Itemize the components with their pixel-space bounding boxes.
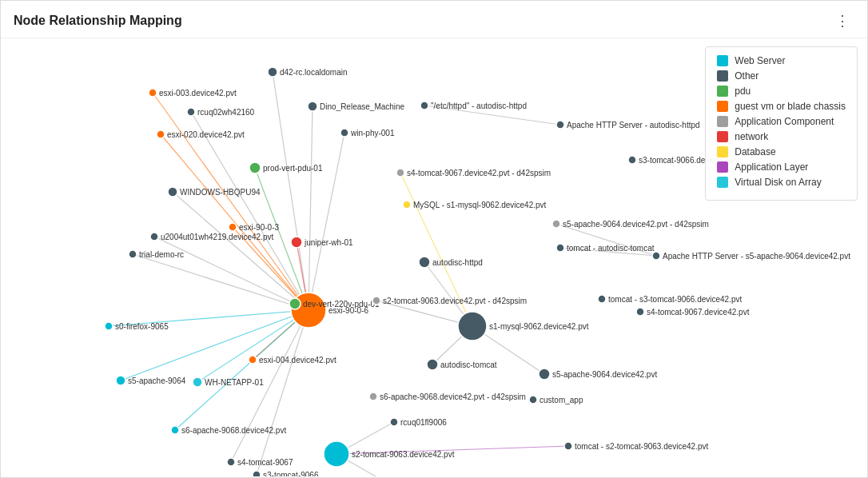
node-circle[interactable] bbox=[552, 220, 560, 228]
node-label: d42-rc.localdomain bbox=[280, 68, 348, 77]
node-circle[interactable] bbox=[149, 89, 157, 97]
node-circle[interactable] bbox=[427, 359, 438, 370]
legend-color-dot bbox=[717, 86, 728, 97]
graph-node[interactable]: u2004ut01wh4219.device42.pvt bbox=[150, 233, 273, 241]
node-label: s4-tomcat-9067.device42.pvt - d42spsim bbox=[407, 169, 551, 177]
graph-node[interactable]: s5-apache-9064.device42.pvt - d42spsim bbox=[552, 220, 709, 229]
graph-node[interactable]: s5-apache-9064.device42.pvt bbox=[539, 368, 657, 380]
node-circle[interactable] bbox=[193, 377, 202, 387]
header: Node Relationship Mapping ⋮ bbox=[1, 1, 867, 38]
node-circle[interactable] bbox=[556, 244, 564, 252]
node-circle[interactable] bbox=[227, 458, 235, 466]
node-circle[interactable] bbox=[396, 169, 404, 177]
graph-node[interactable]: rcuq02wh42160 bbox=[187, 108, 255, 117]
graph-node[interactable]: s4-tomcat-9067.device42.pvt - d42spsim bbox=[396, 169, 551, 177]
graph-edge bbox=[309, 133, 344, 310]
node-circle[interactable] bbox=[105, 322, 113, 330]
node-label: u2004ut01wh4219.device42.pvt bbox=[161, 233, 273, 241]
node-circle[interactable] bbox=[636, 308, 644, 316]
node-circle[interactable] bbox=[129, 250, 137, 258]
graph-node[interactable]: win-phy-001 bbox=[340, 129, 395, 137]
node-circle[interactable] bbox=[171, 426, 179, 434]
graph-node[interactable]: Dino_Release_Machine bbox=[308, 102, 405, 111]
node-label: Apache HTTP Server - autodisc-httpd bbox=[567, 121, 700, 129]
graph-node[interactable]: d42-rc.localdomain bbox=[268, 67, 348, 77]
graph-node[interactable]: esxi-90-0-6 bbox=[291, 293, 368, 328]
graph-node[interactable]: esxi-020.device42.pvt bbox=[157, 130, 245, 139]
graph-node[interactable]: s4-tomcat-9067.device42.pvt bbox=[636, 308, 750, 317]
graph-node[interactable]: autodisc-httpd bbox=[419, 257, 483, 268]
node-circle[interactable] bbox=[458, 312, 487, 341]
graph-node[interactable]: s5-apache-9064 bbox=[116, 376, 186, 385]
graph-node[interactable]: autodisc-tomcat bbox=[427, 359, 497, 370]
legend-item: network bbox=[717, 131, 846, 142]
node-circle[interactable] bbox=[419, 257, 430, 268]
node-circle[interactable] bbox=[420, 102, 428, 110]
node-circle[interactable] bbox=[150, 233, 158, 241]
graph-node[interactable]: WINDOWS-HBQPU94 bbox=[168, 187, 261, 197]
node-circle[interactable] bbox=[324, 441, 349, 467]
graph-node[interactable]: s2-tomcat-9063.device42.pvt - d42spsim bbox=[372, 297, 527, 305]
node-circle[interactable] bbox=[369, 392, 377, 400]
node-circle[interactable] bbox=[403, 201, 411, 209]
node-circle[interactable] bbox=[390, 418, 398, 426]
graph-node[interactable]: tomcat - s3-tomcat-9066.device42.pvt bbox=[598, 295, 743, 304]
node-circle[interactable] bbox=[168, 187, 177, 197]
node-circle[interactable] bbox=[564, 442, 572, 450]
graph-node[interactable]: s6-apache-9068.device42.pvt - d42spsim bbox=[369, 392, 526, 401]
node-label: custom_app bbox=[540, 396, 583, 404]
node-label: s2-tomcat-9063.device42.pvt - d42spsim bbox=[383, 297, 527, 305]
node-circle[interactable] bbox=[116, 376, 125, 385]
graph-node[interactable]: esxi-003.device42.pvt bbox=[149, 89, 237, 98]
graph-edge bbox=[197, 310, 309, 382]
node-circle[interactable] bbox=[157, 130, 165, 138]
app-container: Node Relationship Mapping ⋮ esxi-90-0-6s… bbox=[0, 0, 868, 478]
graph-edge bbox=[109, 310, 309, 326]
legend-label-text: Application Component bbox=[735, 116, 834, 127]
node-label: MySQL - s1-mysql-9062.device42.pvt bbox=[413, 201, 547, 209]
graph-node[interactable]: custom_app bbox=[529, 396, 583, 404]
graph-edge bbox=[231, 310, 309, 462]
node-circle[interactable] bbox=[289, 298, 301, 309]
node-circle[interactable] bbox=[598, 295, 606, 303]
node-label: s4-tomcat-9067 bbox=[237, 458, 293, 467]
node-circle[interactable] bbox=[187, 108, 195, 116]
node-circle[interactable] bbox=[652, 252, 660, 260]
node-circle[interactable] bbox=[539, 368, 550, 380]
node-circle[interactable] bbox=[372, 297, 380, 305]
node-circle[interactable] bbox=[229, 223, 237, 231]
node-circle[interactable] bbox=[253, 471, 261, 476]
node-circle[interactable] bbox=[308, 102, 317, 111]
node-label: trial-demo-rc bbox=[139, 250, 184, 259]
legend-color-dot bbox=[717, 161, 728, 173]
legend-label-text: Web Server bbox=[735, 55, 785, 66]
graph-node[interactable]: "/etc/httpd" - autodisc-httpd bbox=[420, 102, 527, 110]
graph-node[interactable]: s3-tomcat-9066 bbox=[253, 471, 319, 476]
node-circle[interactable] bbox=[529, 396, 537, 404]
legend-color-dot bbox=[717, 146, 728, 157]
graph-edge bbox=[173, 192, 309, 310]
graph-node[interactable]: rcuq01fl9006 bbox=[390, 418, 447, 427]
node-circle[interactable] bbox=[628, 156, 636, 164]
graph-node[interactable]: MySQL - s1-mysql-9062.device42.pvt bbox=[403, 201, 547, 209]
legend-panel: Web ServerOtherpduguest vm or blade chas… bbox=[705, 46, 858, 201]
node-circle[interactable] bbox=[556, 121, 564, 129]
node-circle[interactable] bbox=[249, 162, 261, 173]
graph-node[interactable]: Apache HTTP Server - s5-apache-9064.devi… bbox=[652, 252, 850, 261]
menu-button[interactable]: ⋮ bbox=[830, 10, 854, 31]
node-circle[interactable] bbox=[249, 356, 257, 364]
node-label: WINDOWS-HBQPU94 bbox=[180, 188, 261, 197]
legend-color-dot bbox=[717, 177, 728, 188]
legend-color-dot bbox=[717, 131, 728, 142]
graph-node[interactable]: s2-tomcat-9063.device42.pvt bbox=[324, 441, 455, 467]
graph-node[interactable]: s1-mysql-9062.device42.pvt bbox=[458, 312, 589, 341]
graph-edge bbox=[133, 254, 309, 310]
graph-node[interactable]: tomcat - s2-tomcat-9063.device42.pvt bbox=[564, 442, 709, 451]
node-label: s1-mysql-9062.device42.pvt bbox=[489, 322, 589, 331]
graph-node[interactable]: Apache HTTP Server - autodisc-httpd bbox=[556, 121, 700, 129]
node-circle[interactable] bbox=[268, 67, 277, 77]
graph-edge bbox=[175, 310, 309, 430]
node-circle[interactable] bbox=[340, 129, 348, 137]
graph-node[interactable]: trial-demo-rc bbox=[129, 250, 184, 259]
node-circle[interactable] bbox=[291, 237, 302, 248]
